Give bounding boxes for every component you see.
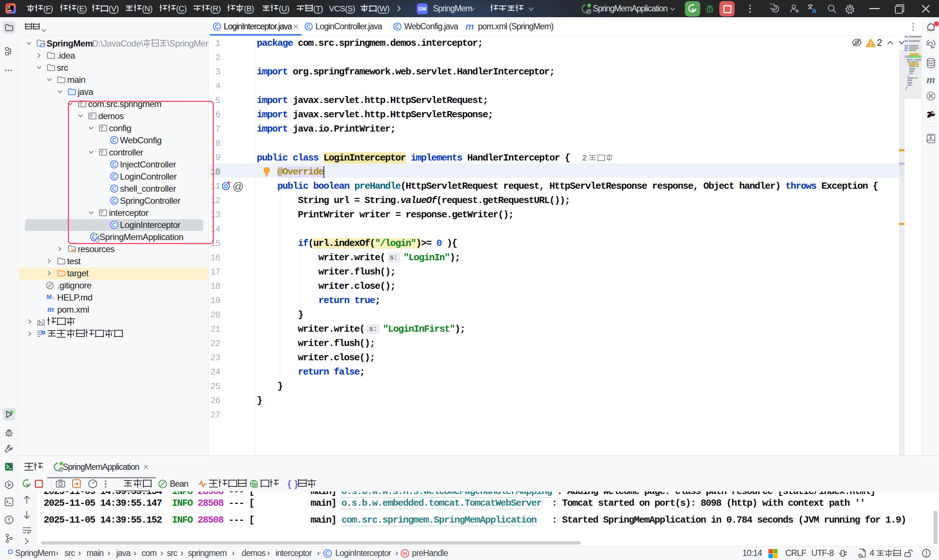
svg-text:m: m (403, 551, 407, 556)
svg-text:A: A (812, 8, 817, 14)
svg-text:A: A (930, 135, 933, 140)
